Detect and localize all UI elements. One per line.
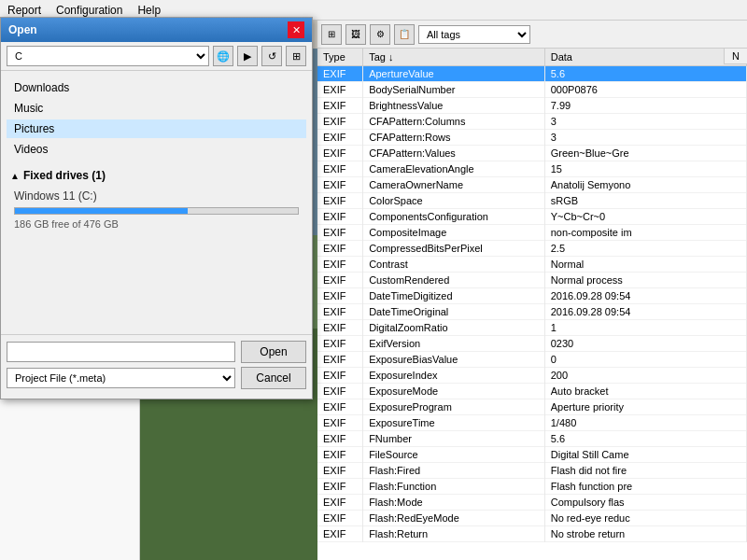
dialog-close-button[interactable]: ✕ bbox=[288, 21, 304, 38]
cell-data-17: 0230 bbox=[544, 336, 746, 352]
table-row[interactable]: EXIFCameraElevationAngle15 bbox=[317, 161, 747, 177]
table-row[interactable]: EXIFCFAPattern:Columns3 bbox=[317, 114, 747, 130]
disk-bar-fill bbox=[15, 208, 188, 214]
cell-data-4: 3 bbox=[544, 130, 746, 146]
folder-pictures[interactable]: Pictures bbox=[7, 119, 306, 138]
table-row[interactable]: EXIFFlash:ModeCompulsory flas bbox=[317, 495, 747, 511]
table-row[interactable]: EXIFFNumber5.6 bbox=[317, 431, 747, 447]
dialog-forward-btn[interactable]: ▶ bbox=[237, 46, 258, 66]
cell-tag-2: BrightnessValue bbox=[363, 98, 545, 114]
table-row[interactable]: EXIFCFAPattern:Rows3 bbox=[317, 130, 747, 146]
all-tags-select[interactable]: All tags bbox=[418, 25, 530, 44]
cell-tag-23: FNumber bbox=[363, 431, 545, 447]
table-row[interactable]: EXIFComponentsConfigurationY~Cb~Cr~0 bbox=[317, 209, 747, 225]
table-row[interactable]: EXIFFlash:ReturnNo strobe return bbox=[317, 526, 747, 542]
table-row[interactable]: EXIFExifVersion0230 bbox=[317, 336, 747, 352]
cell-type-24: EXIF bbox=[317, 447, 363, 463]
dialog-view-btn[interactable]: ⊞ bbox=[286, 46, 306, 66]
cell-data-23: 5.6 bbox=[544, 431, 746, 447]
cell-data-11: 2.5 bbox=[544, 241, 746, 257]
cell-data-25: Flash did not fire bbox=[544, 463, 746, 479]
cell-tag-10: CompositeImage bbox=[363, 225, 545, 241]
table-row[interactable]: EXIFFileSourceDigital Still Came bbox=[317, 447, 747, 463]
folder-downloads[interactable]: Downloads bbox=[7, 78, 306, 97]
cell-type-18: EXIF bbox=[317, 352, 363, 368]
dialog-toolbar: C 🌐 ▶ ↺ ⊞ bbox=[1, 42, 312, 71]
table-row[interactable]: EXIFCFAPattern:ValuesGreen~Blue~Gre bbox=[317, 146, 747, 161]
folder-videos[interactable]: Videos bbox=[7, 140, 306, 159]
cell-tag-1: BodySerialNumber bbox=[363, 82, 545, 98]
table-row[interactable]: EXIFCustomRenderedNormal process bbox=[317, 273, 747, 288]
table-row[interactable]: EXIFBrightnessValue7.99 bbox=[317, 98, 747, 114]
dialog-refresh-btn[interactable]: ↺ bbox=[261, 46, 282, 66]
table-row[interactable]: EXIFCameraOwnerNameAnatolij Semyono bbox=[317, 177, 747, 193]
cell-data-21: Aperture priority bbox=[544, 399, 746, 415]
col-header-data[interactable]: Data bbox=[544, 49, 746, 66]
table-row[interactable]: EXIFFlash:FiredFlash did not fire bbox=[317, 463, 747, 479]
table-row[interactable]: EXIFExposureTime1/480 bbox=[317, 415, 747, 431]
drives-section-header[interactable]: ▲ Fixed drives (1) bbox=[7, 166, 306, 185]
table-row[interactable]: EXIFFlash:RedEyeModeNo red-eye reduc bbox=[317, 511, 747, 526]
menu-help[interactable]: Help bbox=[137, 4, 161, 17]
table-row[interactable]: EXIFExposureProgramAperture priority bbox=[317, 399, 747, 415]
table-row[interactable]: EXIFCompositeImagenon-composite im bbox=[317, 225, 747, 241]
table-row[interactable]: EXIFBodySerialNumber000P0876 bbox=[317, 82, 747, 98]
cell-data-15: 2016.09.28 09:54 bbox=[544, 304, 746, 320]
toolbar-btn-1[interactable]: ⊞ bbox=[321, 24, 342, 45]
dialog-path-select[interactable]: C bbox=[7, 46, 209, 66]
cell-tag-22: ExposureTime bbox=[363, 415, 545, 431]
table-row[interactable]: EXIFColorSpacesRGB bbox=[317, 193, 747, 209]
cell-type-16: EXIF bbox=[317, 320, 363, 336]
drives-section: ▲ Fixed drives (1) Windows 11 (C:) 186 G… bbox=[7, 166, 306, 231]
dialog-open-button[interactable]: Open bbox=[241, 341, 306, 363]
cell-tag-7: CameraOwnerName bbox=[363, 177, 545, 193]
cell-tag-16: DigitalZoomRatio bbox=[363, 320, 545, 336]
dialog-back-btn[interactable]: 🌐 bbox=[213, 46, 233, 66]
table-row[interactable]: EXIFExposureModeAuto bracket bbox=[317, 384, 747, 399]
cell-tag-4: CFAPattern:Rows bbox=[363, 130, 545, 146]
table-row[interactable]: EXIFExposureIndex200 bbox=[317, 368, 747, 384]
cell-tag-21: ExposureProgram bbox=[363, 399, 545, 415]
cell-data-29: No strobe return bbox=[544, 526, 746, 542]
drive-c[interactable]: Windows 11 (C:) bbox=[7, 187, 306, 205]
table-row[interactable]: EXIFDateTimeDigitized2016.09.28 09:54 bbox=[317, 288, 747, 304]
dialog-filetype-row: Project File (*.meta) Cancel bbox=[7, 367, 306, 389]
cell-tag-28: Flash:RedEyeMode bbox=[363, 511, 545, 526]
cell-data-20: Auto bracket bbox=[544, 384, 746, 399]
toolbar-btn-2[interactable]: 🖼 bbox=[345, 24, 366, 45]
cell-type-4: EXIF bbox=[317, 130, 363, 146]
folder-music[interactable]: Music bbox=[7, 99, 306, 118]
cell-data-14: 2016.09.28 09:54 bbox=[544, 288, 746, 304]
table-row[interactable]: EXIFFlash:FunctionFlash function pre bbox=[317, 479, 747, 495]
col-header-type[interactable]: Type bbox=[317, 49, 363, 66]
dialog-titlebar: Open ✕ bbox=[1, 18, 312, 42]
cell-tag-15: DateTimeOriginal bbox=[363, 304, 545, 320]
cell-data-26: Flash function pre bbox=[544, 479, 746, 495]
cell-type-10: EXIF bbox=[317, 225, 363, 241]
table-row[interactable]: EXIFExposureBiasValue0 bbox=[317, 352, 747, 368]
cell-type-29: EXIF bbox=[317, 526, 363, 542]
dialog-filetype-select[interactable]: Project File (*.meta) bbox=[7, 368, 235, 388]
cell-type-14: EXIF bbox=[317, 288, 363, 304]
table-row[interactable]: EXIFApertureValue5.6 bbox=[317, 66, 747, 82]
table-row[interactable]: EXIFDateTimeOriginal2016.09.28 09:54 bbox=[317, 304, 747, 320]
cell-type-28: EXIF bbox=[317, 511, 363, 526]
file-open-dialog: Open ✕ C 🌐 ▶ ↺ ⊞ Downloads Music Picture… bbox=[0, 17, 313, 399]
cell-type-0: EXIF bbox=[317, 66, 363, 82]
dialog-cancel-button[interactable]: Cancel bbox=[241, 367, 306, 389]
cell-type-1: EXIF bbox=[317, 82, 363, 98]
cell-tag-17: ExifVersion bbox=[363, 336, 545, 352]
cell-tag-20: ExposureMode bbox=[363, 384, 545, 399]
col-header-tag[interactable]: Tag ↓ bbox=[363, 49, 545, 66]
cell-data-0: 5.6 bbox=[544, 66, 746, 82]
table-row[interactable]: EXIFDigitalZoomRatio1 bbox=[317, 320, 747, 336]
menu-report[interactable]: Report bbox=[7, 4, 41, 17]
dialog-filename-input[interactable] bbox=[7, 342, 235, 362]
cell-tag-5: CFAPattern:Values bbox=[363, 146, 545, 161]
toolbar-btn-4[interactable]: 📋 bbox=[394, 24, 415, 45]
table-row[interactable]: EXIFCompressedBitsPerPixel2.5 bbox=[317, 241, 747, 257]
menu-configuration[interactable]: Configuration bbox=[56, 4, 122, 17]
table-row[interactable]: EXIFContrastNormal bbox=[317, 257, 747, 273]
toolbar-btn-3[interactable]: ⚙ bbox=[370, 24, 390, 45]
cell-tag-9: ComponentsConfiguration bbox=[363, 209, 545, 225]
